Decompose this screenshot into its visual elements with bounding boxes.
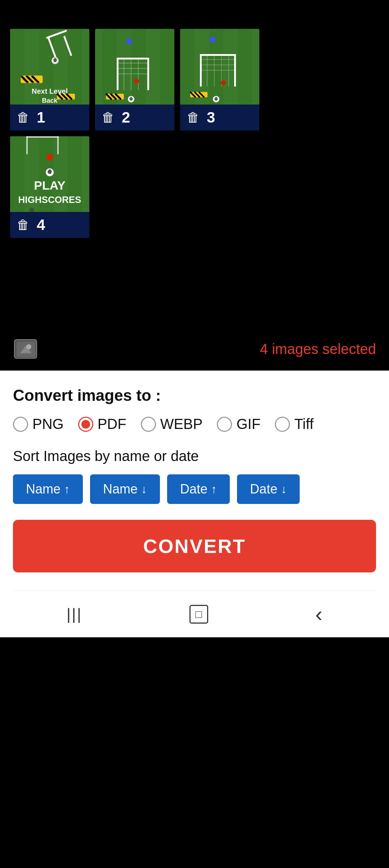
- sort-name-desc[interactable]: Name ↓: [90, 474, 160, 504]
- thumbnail-3: [180, 29, 259, 105]
- svg-rect-1: [10, 29, 24, 105]
- format-png-label: PNG: [32, 416, 64, 432]
- sort-date-asc-arrow: ↑: [211, 483, 217, 496]
- svg-rect-70: [57, 136, 59, 154]
- sort-name-desc-arrow: ↓: [141, 483, 147, 496]
- svg-rect-24: [160, 29, 174, 105]
- bottom-panel: Convert images to : PNG PDF WEBP GIF: [0, 371, 389, 637]
- svg-rect-69: [26, 136, 59, 138]
- image-card-1[interactable]: Next Level Back 🗑 1: [10, 29, 89, 130]
- svg-rect-22: [102, 29, 117, 105]
- svg-rect-3: [68, 29, 82, 105]
- sort-date-desc-arrow: ↓: [281, 483, 287, 496]
- radio-gif[interactable]: [217, 417, 232, 432]
- format-pdf[interactable]: PDF: [78, 416, 126, 432]
- image-card-4[interactable]: PLAY HIGHSCORES 🗑 4: [10, 136, 89, 238]
- delete-button-3[interactable]: 🗑: [187, 110, 200, 125]
- format-png[interactable]: PNG: [13, 416, 64, 432]
- delete-button-4[interactable]: 🗑: [17, 217, 30, 232]
- thumbnail-4: PLAY HIGHSCORES: [10, 136, 89, 212]
- image-card-2[interactable]: 🗑 2: [95, 29, 174, 130]
- image-grid: Next Level Back 🗑 1: [0, 0, 389, 248]
- back-nav-icon[interactable]: ‹: [315, 602, 322, 626]
- home-nav-icon[interactable]: □: [189, 605, 208, 624]
- image-number-2: 2: [122, 109, 130, 126]
- black-area: 4 images selected: [0, 248, 389, 371]
- format-options: PNG PDF WEBP GIF Tiff: [13, 416, 376, 432]
- image-label-2: 🗑 2: [95, 105, 174, 130]
- format-webp[interactable]: WEBP: [141, 416, 203, 432]
- radio-png[interactable]: [13, 417, 28, 432]
- sort-name-asc-arrow: ↑: [64, 483, 70, 496]
- nav-bar: ||| □ ‹: [13, 590, 376, 637]
- sort-name-asc[interactable]: Name ↑: [13, 474, 83, 504]
- format-gif-label: GIF: [236, 416, 260, 432]
- radio-tiff[interactable]: [275, 417, 290, 432]
- sort-date-asc-label: Date: [180, 482, 207, 497]
- format-tiff[interactable]: Tiff: [275, 416, 313, 432]
- convert-label: Convert images to :: [13, 386, 376, 404]
- sort-name-asc-label: Name: [26, 482, 61, 497]
- svg-point-71: [46, 154, 53, 160]
- sort-date-asc[interactable]: Date ↑: [167, 474, 230, 504]
- svg-point-56: [210, 37, 215, 43]
- image-label-4: 🗑 4: [10, 212, 89, 238]
- svg-rect-47: [200, 54, 236, 56]
- svg-point-34: [126, 39, 132, 44]
- svg-text:PLAY: PLAY: [34, 178, 66, 192]
- image-number-1: 1: [37, 109, 45, 126]
- svg-text:HIGHSCORES: HIGHSCORES: [18, 194, 81, 205]
- image-number-4: 4: [37, 216, 45, 234]
- radio-webp[interactable]: [141, 417, 156, 432]
- selected-count: 4 images selected: [260, 341, 376, 357]
- format-webp-label: WEBP: [160, 416, 203, 432]
- format-pdf-label: PDF: [98, 416, 126, 432]
- thumbnail-2: [95, 29, 174, 105]
- radio-pdf[interactable]: [78, 417, 93, 432]
- format-gif[interactable]: GIF: [217, 416, 260, 432]
- svg-text:Back: Back: [42, 97, 58, 104]
- svg-rect-26: [117, 58, 149, 59]
- image-number-3: 3: [207, 109, 215, 126]
- sort-date-desc[interactable]: Date ↓: [237, 474, 300, 504]
- delete-button-2[interactable]: 🗑: [102, 110, 115, 125]
- image-card-3[interactable]: 🗑 3: [180, 29, 259, 130]
- sort-date-desc-label: Date: [250, 482, 277, 497]
- sort-buttons: Name ↑ Name ↓ Date ↑ Date ↓: [13, 474, 376, 504]
- sort-label: Sort Images by name or date: [13, 448, 376, 464]
- svg-point-81: [26, 344, 31, 349]
- sort-name-desc-label: Name: [103, 482, 138, 497]
- gallery-icon[interactable]: [13, 335, 42, 363]
- format-tiff-label: Tiff: [294, 416, 313, 432]
- delete-button-1[interactable]: 🗑: [17, 110, 30, 125]
- svg-rect-68: [26, 136, 28, 154]
- convert-button[interactable]: CONVERT: [13, 520, 376, 572]
- svg-rect-45: [238, 29, 252, 105]
- svg-point-41: [134, 79, 139, 84]
- svg-point-61: [221, 80, 226, 85]
- image-label-1: 🗑 1: [10, 105, 89, 130]
- menu-nav-icon[interactable]: |||: [67, 605, 82, 623]
- image-label-3: 🗑 3: [180, 105, 259, 130]
- thumbnail-1: Next Level Back: [10, 29, 89, 105]
